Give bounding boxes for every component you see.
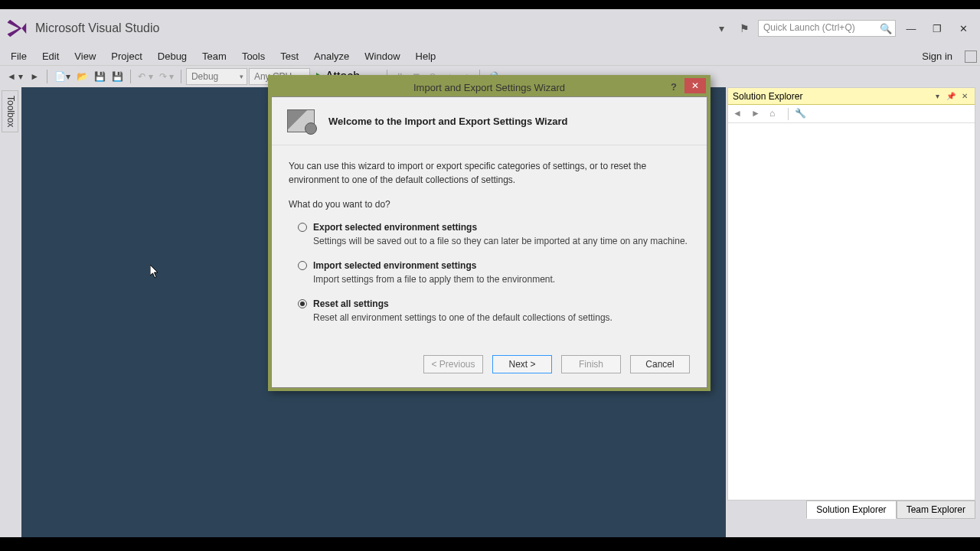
- menu-debug[interactable]: Debug: [150, 48, 194, 64]
- dialog-close-button[interactable]: ✕: [684, 78, 706, 93]
- settings-wizard-dialog: Import and Export Settings Wizard ? ✕ We…: [268, 75, 710, 391]
- toolbox-tab[interactable]: Toolbox: [2, 90, 18, 132]
- option-reset[interactable]: Reset all settings: [298, 298, 690, 309]
- dialog-title: Import and Export Settings Wizard: [413, 82, 565, 93]
- radio-icon: [298, 261, 307, 270]
- menu-test[interactable]: Test: [273, 48, 306, 64]
- cancel-button[interactable]: Cancel: [630, 355, 690, 373]
- next-button[interactable]: Next >: [492, 355, 552, 373]
- menu-analyze[interactable]: Analyze: [306, 48, 357, 64]
- minimize-button[interactable]: —: [900, 19, 922, 37]
- solution-explorer-panel: Solution Explorer ▾ 📌 ✕ ◄ ► ⌂ 🔧: [727, 87, 975, 500]
- finish-button[interactable]: Finish: [561, 355, 621, 373]
- notifications-icon[interactable]: ⚑: [735, 19, 753, 37]
- dialog-question: What do you want to do?: [289, 199, 690, 210]
- menu-edit[interactable]: Edit: [34, 48, 67, 64]
- save-button[interactable]: 💾: [92, 68, 108, 85]
- tab-solution-explorer[interactable]: Solution Explorer: [806, 500, 896, 519]
- restore-button[interactable]: ❐: [926, 19, 948, 37]
- search-icon: 🔍: [880, 23, 892, 34]
- panel-pin-icon[interactable]: 📌: [946, 91, 956, 102]
- radio-icon: [298, 223, 307, 232]
- fwd-icon[interactable]: ►: [751, 108, 763, 120]
- option-export-desc: Settings will be saved out to a file so …: [313, 236, 690, 246]
- profile-placeholder-icon[interactable]: [965, 51, 977, 63]
- option-import[interactable]: Import selected environment settings: [298, 260, 690, 271]
- panel-close-icon[interactable]: ✕: [959, 91, 970, 102]
- sign-in-button[interactable]: Sign in: [914, 48, 960, 64]
- menu-team[interactable]: Team: [194, 48, 234, 64]
- menu-view[interactable]: View: [67, 48, 103, 64]
- back-icon[interactable]: ◄: [733, 108, 745, 120]
- open-file-button[interactable]: 📂: [74, 68, 90, 85]
- solution-explorer-title: Solution Explorer: [733, 91, 802, 102]
- previous-button[interactable]: < Previous: [423, 355, 483, 373]
- menu-file[interactable]: File: [3, 48, 34, 64]
- menu-window[interactable]: Window: [357, 48, 407, 64]
- nav-fwd-button[interactable]: ►: [27, 68, 42, 85]
- menu-help[interactable]: Help: [408, 48, 444, 64]
- option-reset-desc: Reset all environment settings to one of…: [313, 312, 690, 323]
- quick-launch-input[interactable]: Quick Launch (Ctrl+Q) 🔍: [758, 20, 896, 37]
- titlebar: Microsoft Visual Studio ▾ ⚑ Quick Launch…: [0, 9, 980, 47]
- filter-icon[interactable]: ▾: [712, 19, 730, 37]
- panel-dropdown-icon[interactable]: ▾: [932, 91, 942, 102]
- home-icon[interactable]: ⌂: [769, 108, 782, 120]
- menu-project[interactable]: Project: [103, 48, 149, 64]
- menu-tools[interactable]: Tools: [234, 48, 273, 64]
- dialog-description: You can use this wizard to import or exp…: [289, 159, 690, 187]
- nav-back-button[interactable]: ◄ ▾: [5, 68, 25, 85]
- tab-team-explorer[interactable]: Team Explorer: [897, 500, 975, 519]
- vs-logo-icon: [7, 18, 26, 37]
- redo-button[interactable]: ↷ ▾: [157, 68, 176, 85]
- quick-launch-placeholder: Quick Launch (Ctrl+Q): [763, 22, 855, 33]
- dialog-welcome: Welcome to the Import and Export Setting…: [328, 116, 567, 127]
- solution-toolbar: ◄ ► ⌂ 🔧: [728, 105, 975, 123]
- config-combo[interactable]: Debug: [186, 68, 247, 85]
- radio-icon: [298, 299, 307, 308]
- save-all-button[interactable]: 💾: [109, 68, 126, 85]
- wizard-icon: [287, 109, 315, 132]
- menubar: File Edit View Project Debug Team Tools …: [0, 47, 980, 66]
- undo-button[interactable]: ↶ ▾: [136, 68, 155, 85]
- option-export[interactable]: Export selected environment settings: [298, 222, 690, 233]
- wrench-icon[interactable]: 🔧: [795, 108, 807, 120]
- close-button[interactable]: ✕: [952, 19, 974, 37]
- dialog-help-button[interactable]: ?: [671, 81, 684, 95]
- new-project-button[interactable]: 📄▾: [52, 68, 73, 85]
- option-import-desc: Import settings from a file to apply the…: [313, 274, 690, 285]
- app-title: Microsoft Visual Studio: [35, 21, 159, 35]
